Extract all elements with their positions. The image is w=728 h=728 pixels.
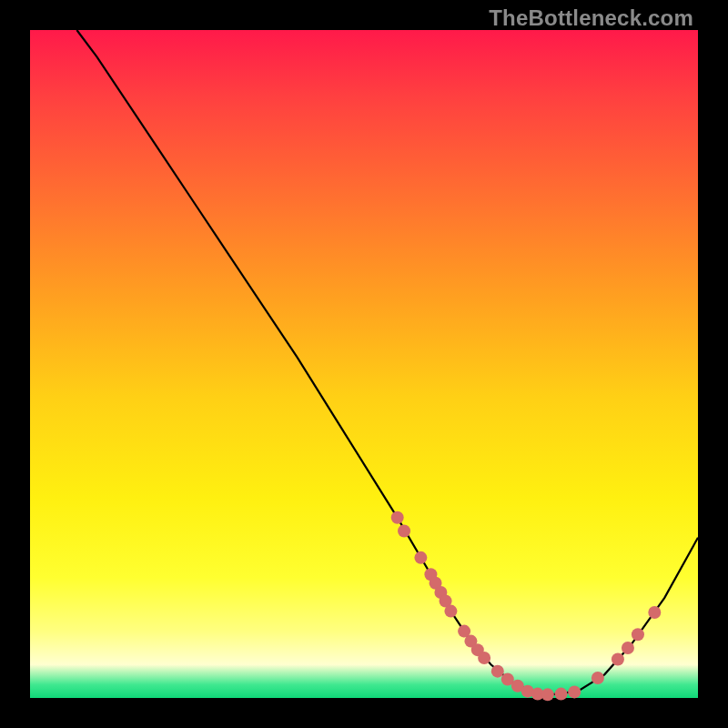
data-markers — [391, 511, 662, 702]
bottleneck-curve — [76, 30, 698, 694]
data-marker — [391, 511, 404, 524]
data-marker — [398, 525, 410, 538]
data-marker — [414, 551, 427, 564]
data-marker — [622, 642, 634, 654]
data-marker — [478, 652, 490, 664]
data-marker — [555, 688, 568, 701]
data-marker — [444, 605, 457, 618]
data-marker — [568, 685, 581, 698]
data-marker — [592, 672, 604, 684]
data-marker — [632, 628, 644, 641]
data-marker — [612, 652, 624, 665]
chart-overlay — [30, 30, 698, 698]
watermark-text: TheBottleneck.com — [489, 5, 693, 31]
chart-container: { "watermark": "TheBottleneck.com", "cha… — [0, 0, 728, 728]
data-marker — [491, 665, 504, 678]
data-marker — [541, 688, 554, 701]
data-marker — [648, 606, 661, 619]
